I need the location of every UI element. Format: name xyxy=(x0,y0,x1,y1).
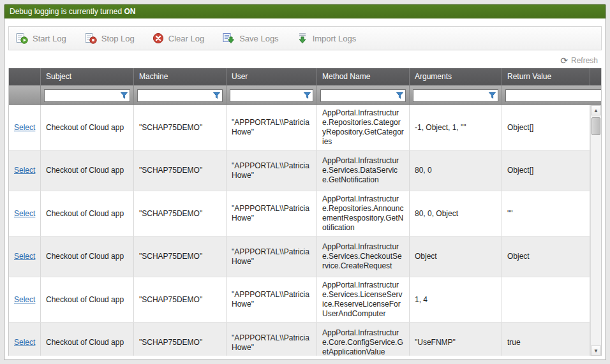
cell-select: Select xyxy=(9,277,41,322)
cell-method: AppPortal.Infrastructure.Core.ConfigServ… xyxy=(317,323,410,356)
filter-funnel-icon[interactable] xyxy=(486,91,498,99)
filter-cell-return-value xyxy=(502,85,602,105)
cell-arguments: -1, Object, 1, "" xyxy=(410,105,502,150)
column-header-user[interactable]: User xyxy=(227,68,317,85)
cell-return-value xyxy=(502,277,590,322)
filter-box xyxy=(505,89,602,102)
vertical-scrollbar[interactable]: ▲ ▼ xyxy=(590,105,601,356)
scroll-down-button[interactable]: ▼ xyxy=(591,346,601,356)
cell-method: AppPortal.Infrastructure.Repositories.An… xyxy=(317,191,410,236)
cell-subject: Checkout of Cloud app xyxy=(41,191,134,236)
cell-subject: Checkout of Cloud app xyxy=(41,150,134,191)
column-header-arguments[interactable]: Arguments xyxy=(410,68,502,85)
filter-input-machine[interactable] xyxy=(138,91,211,101)
filter-funnel-icon[interactable] xyxy=(118,91,130,99)
cell-user: "APPPORTAL\\PatriciaHowe" xyxy=(227,150,317,191)
cell-select: Select xyxy=(9,150,41,191)
toolbar-button-label: Clear Log xyxy=(168,34,204,43)
header-scrollbar-spacer xyxy=(590,68,601,85)
select-link[interactable]: Select xyxy=(14,123,35,133)
cell-subject: Checkout of Cloud app xyxy=(41,277,134,322)
cell-method: AppPortal.Infrastructure.Services.Checko… xyxy=(317,237,410,277)
scrollbar-track[interactable] xyxy=(591,115,601,346)
refresh-icon: ⟳ xyxy=(560,56,568,65)
filter-input-user[interactable] xyxy=(230,91,301,101)
toolbar-button-label: Stop Log xyxy=(101,34,135,43)
select-link[interactable]: Select xyxy=(14,252,35,261)
table-row: SelectCheckout of Cloud app"SCHAP75DEMO"… xyxy=(9,323,590,356)
select-link[interactable]: Select xyxy=(14,338,35,347)
filter-funnel-icon[interactable] xyxy=(394,91,405,99)
column-header-return-value[interactable]: Return Value xyxy=(502,68,590,85)
cell-machine: "SCHAP75DEMO" xyxy=(134,237,227,277)
table-row: SelectCheckout of Cloud app"SCHAP75DEMO"… xyxy=(9,105,590,150)
filter-box xyxy=(44,89,130,102)
filter-input-arguments[interactable] xyxy=(413,91,486,101)
cell-method: AppPortal.Infrastructure.Repositories.Ca… xyxy=(317,105,410,150)
cell-method: AppPortal.Infrastructure.Services.DataSe… xyxy=(317,150,410,191)
cell-machine: "SCHAP75DEMO" xyxy=(134,150,227,191)
cell-method: AppPortal.Infrastructure.Services.Licens… xyxy=(317,277,410,322)
cell-machine: "SCHAP75DEMO" xyxy=(134,105,227,150)
scroll-up-button[interactable]: ▲ xyxy=(591,105,601,115)
filter-cell-empty xyxy=(9,85,41,105)
stop-log-button[interactable]: Stop Log xyxy=(84,33,135,44)
select-link[interactable]: Select xyxy=(14,209,35,219)
cell-select: Select xyxy=(9,105,41,150)
filter-cell-subject xyxy=(41,85,134,105)
import-logs-button[interactable]: Import Logs xyxy=(297,33,357,44)
cell-subject: Checkout of Cloud app xyxy=(41,105,134,150)
cell-return-value: Object[] xyxy=(502,105,590,150)
select-link[interactable]: Select xyxy=(14,295,35,305)
cell-user: "APPPORTAL\\PatriciaHowe" xyxy=(227,323,317,356)
filter-funnel-icon[interactable] xyxy=(211,91,222,99)
cell-machine: "SCHAP75DEMO" xyxy=(134,191,227,236)
filter-box xyxy=(137,89,223,102)
import-logs-icon xyxy=(297,33,308,44)
filter-row xyxy=(9,85,601,105)
cell-subject: Checkout of Cloud app xyxy=(41,323,134,356)
cell-arguments: 80, 0 xyxy=(410,150,502,191)
select-link[interactable]: Select xyxy=(14,166,35,175)
filter-input-method-name[interactable] xyxy=(321,91,394,101)
column-header-method-name[interactable]: Method Name xyxy=(317,68,410,85)
save-logs-button[interactable]: Save Logs xyxy=(222,33,278,44)
toolbar-button-label: Save Logs xyxy=(239,34,278,43)
table-row: SelectCheckout of Cloud app"SCHAP75DEMO"… xyxy=(9,191,590,237)
filter-input-subject[interactable] xyxy=(45,91,118,101)
stop-log-icon xyxy=(84,33,97,44)
clear-log-icon xyxy=(152,33,164,44)
column-header-machine[interactable]: Machine xyxy=(134,68,227,85)
column-header-subject[interactable]: Subject xyxy=(41,68,134,85)
start-log-button[interactable]: Start Log xyxy=(15,33,66,44)
banner-text: Debug logging is currently turned xyxy=(10,7,124,16)
column-header-empty xyxy=(9,68,41,85)
filter-cell-machine xyxy=(134,85,227,105)
cell-select: Select xyxy=(9,323,41,356)
cell-user: "APPPORTAL\\PatriciaHowe" xyxy=(227,105,317,150)
grid-rows: SelectCheckout of Cloud app"SCHAP75DEMO"… xyxy=(9,105,590,356)
cell-return-value: Object xyxy=(502,237,590,277)
cell-arguments: 80, 0, Object xyxy=(410,191,502,236)
cell-user: "APPPORTAL\\PatriciaHowe" xyxy=(227,191,317,236)
cell-machine: "SCHAP75DEMO" xyxy=(134,323,227,356)
filter-funnel-icon[interactable] xyxy=(301,91,313,99)
banner-status: ON xyxy=(124,7,135,16)
scrollbar-thumb[interactable] xyxy=(591,117,600,135)
toolbar: Start LogStop LogClear LogSave LogsImpor… xyxy=(8,26,602,50)
log-grid: SubjectMachineUserMethod NameArgumentsRe… xyxy=(8,68,602,356)
cell-arguments: Object xyxy=(410,237,502,277)
refresh-label: Refresh xyxy=(571,56,598,65)
cell-subject: Checkout of Cloud app xyxy=(41,237,134,277)
table-row: SelectCheckout of Cloud app"SCHAP75DEMO"… xyxy=(9,277,590,323)
refresh-button[interactable]: ⟳ Refresh xyxy=(560,56,598,65)
filter-cell-method-name xyxy=(317,85,410,105)
filter-input-return-value[interactable] xyxy=(506,91,602,101)
debug-log-window: Debug logging is currently turned ON Sta… xyxy=(4,4,606,360)
cell-return-value: "" xyxy=(502,191,590,236)
table-row: SelectCheckout of Cloud app"SCHAP75DEMO"… xyxy=(9,150,590,191)
toolbar-button-label: Import Logs xyxy=(313,34,357,43)
clear-log-button[interactable]: Clear Log xyxy=(152,33,204,44)
save-logs-icon xyxy=(222,33,235,44)
cell-select: Select xyxy=(9,191,41,236)
